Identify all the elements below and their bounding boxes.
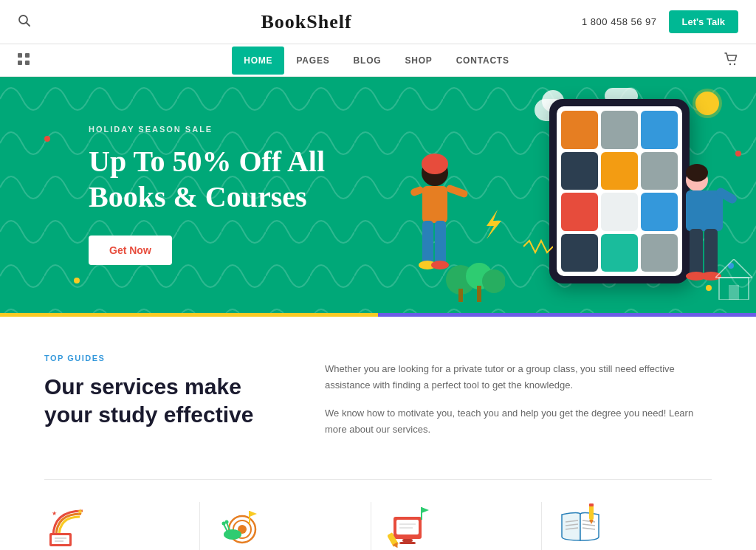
services-eyebrow: TOP GUIDES [44, 354, 281, 362]
services-desc-1: Whether you are looking for a private tu… [325, 361, 712, 393]
nav-links: HOME PAGES BLOG SHOP CONTACTS [232, 47, 521, 75]
nav-home[interactable]: HOME [232, 47, 284, 75]
service-cards: ★ ★ Branding ProjectManagement [44, 479, 712, 550]
svg-rect-21 [690, 229, 703, 277]
svg-line-43 [224, 524, 227, 532]
svg-point-46 [225, 520, 229, 524]
app-icon-12 [641, 234, 678, 272]
nav-right-group: 1 800 458 56 97 Let's Talk [582, 10, 738, 33]
service-card-corporate: Corporate SalesManagement [542, 502, 712, 550]
app-icon-6 [641, 152, 678, 190]
svg-point-9 [422, 154, 448, 174]
svg-rect-29 [477, 286, 481, 302]
deco-bushes [446, 258, 505, 302]
svg-rect-50 [396, 520, 419, 534]
svg-point-7 [734, 63, 735, 64]
hero-eyebrow: HOLIDAY SEASON SALE [89, 125, 402, 134]
svg-rect-28 [458, 289, 463, 302]
app-icon-11 [601, 234, 638, 272]
tablet-frame [549, 99, 690, 283]
svg-rect-14 [435, 221, 446, 265]
services-title: Our services make your study effective [44, 373, 281, 428]
svg-rect-36 [52, 535, 69, 544]
app-icon-4 [561, 152, 598, 190]
lets-talk-button[interactable]: Let's Talk [669, 10, 738, 33]
cart-icon[interactable] [724, 56, 738, 69]
hero-title: Up To 50% Off All Books & Courses [89, 144, 340, 215]
service-icon-hr [215, 502, 262, 549]
svg-marker-48 [250, 511, 257, 517]
deco-zigzag [523, 239, 553, 254]
app-icon-1 [561, 111, 598, 149]
service-icon-corporate [557, 502, 604, 549]
sun-decoration [695, 92, 719, 115]
svg-rect-2 [18, 53, 22, 58]
services-top: TOP GUIDES Our services make your study … [44, 354, 712, 450]
search-icon[interactable] [18, 14, 31, 30]
cart-container [724, 52, 738, 69]
tablet-screen [557, 106, 682, 276]
service-card-branding: ★ ★ Branding ProjectManagement [44, 502, 200, 550]
svg-rect-13 [422, 221, 433, 265]
svg-marker-30 [715, 259, 752, 278]
svg-rect-65 [589, 505, 594, 520]
svg-point-27 [482, 269, 505, 293]
app-icon-10 [561, 234, 598, 272]
svg-text:★: ★ [52, 510, 57, 517]
svg-point-18 [686, 164, 708, 182]
svg-rect-5 [25, 61, 30, 65]
svg-rect-4 [18, 61, 22, 65]
service-card-hr: Human ResourceManagement [200, 502, 371, 550]
deco-dot-yellow-1 [74, 278, 80, 283]
svg-rect-32 [729, 285, 739, 300]
svg-rect-12 [445, 184, 469, 199]
svg-rect-67 [589, 503, 594, 506]
svg-rect-53 [402, 539, 413, 542]
service-icon-branding: ★ ★ [44, 502, 92, 549]
services-right-col: Whether you are looking for a private tu… [325, 354, 712, 450]
svg-marker-56 [422, 507, 429, 513]
app-icon-5 [601, 152, 638, 190]
phone-number: 1 800 458 56 97 [582, 16, 656, 27]
app-icon-8 [601, 193, 638, 231]
app-icon-3 [641, 111, 678, 149]
app-icon-2 [601, 111, 638, 149]
service-card-creative: Creative DesignUI/UX [371, 502, 542, 550]
svg-point-6 [729, 63, 731, 64]
site-logo[interactable]: BookShelf [261, 11, 351, 33]
services-section: TOP GUIDES Our services make your study … [0, 317, 756, 550]
app-icon-9 [641, 193, 678, 231]
svg-rect-19 [686, 190, 723, 231]
hero-section: HOLIDAY SEASON SALE Up To 50% Off All Bo… [0, 77, 756, 313]
app-icon-7 [561, 193, 598, 231]
nav-shop[interactable]: SHOP [393, 47, 444, 75]
svg-rect-3 [25, 53, 30, 58]
main-navigation: HOME PAGES BLOG SHOP CONTACTS [0, 44, 756, 77]
svg-rect-10 [422, 186, 447, 223]
get-now-button[interactable]: Get Now [89, 236, 172, 265]
svg-line-1 [27, 22, 30, 26]
nav-pages[interactable]: PAGES [284, 47, 341, 75]
nav-contacts[interactable]: CONTACTS [444, 47, 521, 75]
deco-house [715, 259, 752, 300]
services-desc-2: We know how to motivate you, teach you a… [325, 405, 712, 438]
svg-rect-54 [399, 542, 416, 544]
deco-lightning [483, 210, 505, 239]
hero-illustration [402, 77, 756, 313]
grid-icon[interactable] [18, 53, 30, 68]
svg-text:★: ★ [77, 507, 83, 515]
nav-blog[interactable]: BLOG [342, 47, 394, 75]
hero-content: HOLIDAY SEASON SALE Up To 50% Off All Bo… [0, 125, 402, 265]
top-navigation: BookShelf 1 800 458 56 97 Let's Talk [0, 0, 756, 44]
services-left-col: TOP GUIDES Our services make your study … [44, 354, 281, 450]
service-icon-creative [386, 502, 433, 549]
